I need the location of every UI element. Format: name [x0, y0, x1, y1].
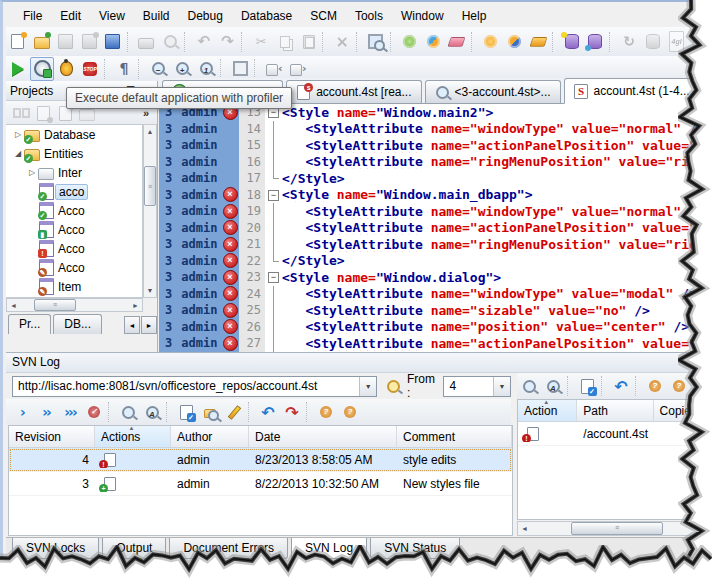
- detail-blame-revision-button[interactable]: ?: [667, 374, 691, 398]
- error-icon[interactable]: ×: [223, 286, 238, 301]
- error-icon[interactable]: ×: [223, 253, 238, 268]
- tree-horizontal-scrollbar[interactable]: ◄ ≡ ►: [6, 298, 143, 312]
- scrollbar-thumb[interactable]: ≡: [571, 522, 663, 535]
- menu-file[interactable]: File: [14, 6, 51, 26]
- menu-debug[interactable]: Debug: [179, 6, 232, 26]
- column-header-path[interactable]: Path: [577, 400, 653, 421]
- tree-item-inter[interactable]: ▷ Inter: [6, 163, 142, 182]
- compile-4gl-button[interactable]: 4gl: [665, 30, 689, 54]
- run-button[interactable]: [6, 57, 30, 81]
- tree-item-entities[interactable]: ◢ ✓ Entities: [6, 144, 142, 163]
- column-header-date[interactable]: Date: [249, 426, 397, 447]
- tree-item-acco[interactable]: ▮ Acco: [6, 220, 142, 239]
- cut-button[interactable]: ✂: [249, 30, 273, 54]
- detail-properties-button[interactable]: ✓: [575, 374, 599, 398]
- svn-revert-button[interactable]: ↷: [280, 400, 304, 424]
- bottom-tab-document-errors[interactable]: Document Errors: [169, 538, 288, 559]
- delete-button[interactable]: ×: [330, 30, 354, 54]
- error-icon[interactable]: ×: [223, 319, 238, 334]
- fold-collapse-icon[interactable]: −: [268, 190, 279, 201]
- column-header-author[interactable]: Author: [171, 426, 249, 447]
- print-preview-button[interactable]: [158, 30, 182, 54]
- editor-tab-1[interactable]: saccount.4st [rea...: [286, 80, 421, 103]
- save-all-button[interactable]: [101, 30, 125, 54]
- tree-item-acco[interactable]: ! Acco: [6, 239, 142, 258]
- column-header-actions[interactable]: Actions: [95, 426, 171, 447]
- menu-tools[interactable]: Tools: [346, 6, 392, 26]
- select-tool-button[interactable]: [228, 57, 252, 81]
- scrollbar-thumb[interactable]: ≡: [144, 166, 156, 206]
- svn-properties-button[interactable]: ✓: [174, 400, 198, 424]
- packages-button[interactable]: [10, 102, 32, 124]
- detail-row[interactable]: ! /account.4st: [518, 422, 711, 446]
- menu-edit[interactable]: Edit: [51, 6, 90, 26]
- svn-undo-button[interactable]: ↶: [256, 400, 280, 424]
- column-header-comment[interactable]: Comment: [397, 426, 512, 447]
- menu-help[interactable]: Help: [453, 6, 496, 26]
- chevron-down-icon[interactable]: ▼: [493, 377, 510, 396]
- tree-item-acco[interactable]: ✎ Acco: [6, 258, 142, 277]
- redo-button[interactable]: ↷: [216, 30, 240, 54]
- scroll-left-icon[interactable]: ◄: [7, 302, 20, 309]
- column-header-copied[interactable]: Copied: [654, 400, 711, 421]
- menu-window[interactable]: Window: [392, 6, 453, 26]
- expander-right-icon[interactable]: ▷: [26, 168, 38, 177]
- deploy-database-button[interactable]: [584, 30, 608, 54]
- rebuild-all-button[interactable]: [503, 30, 527, 54]
- svn-next-all-button[interactable]: ›››: [58, 400, 82, 424]
- error-icon[interactable]: ×: [223, 237, 238, 252]
- scroll-up-icon[interactable]: ▲: [144, 125, 156, 138]
- from-revision-combo[interactable]: 4 ▼: [443, 376, 511, 397]
- scroll-right-icon[interactable]: ►: [698, 525, 711, 532]
- build-all-button[interactable]: [479, 30, 503, 54]
- svn-search-repo-button[interactable]: [198, 400, 222, 424]
- error-icon[interactable]: ×: [223, 336, 238, 351]
- svn-edit-comment-button[interactable]: [222, 400, 246, 424]
- editor-tab-4[interactable]: s: [703, 80, 712, 103]
- svn-next-button[interactable]: ›: [10, 400, 34, 424]
- save-as-button[interactable]: [77, 30, 101, 54]
- panel-tab-pr[interactable]: Pr...: [8, 314, 51, 334]
- svn-blame-author-button[interactable]: ?: [314, 400, 338, 424]
- revision-row-4[interactable]: 4 ! admin 8/23/2013 8:58:05 AM style edi…: [9, 448, 512, 472]
- svn-search-log-button[interactable]: [116, 400, 140, 424]
- clean-all-button[interactable]: [526, 30, 550, 54]
- menu-view[interactable]: View: [90, 6, 134, 26]
- tree-item-item[interactable]: ✎ Item: [6, 277, 142, 296]
- column-header-action[interactable]: Action: [518, 400, 577, 421]
- scroll-down-icon[interactable]: ▼: [144, 284, 156, 297]
- svn-author-filter-button[interactable]: ✓: [82, 400, 106, 424]
- stop-button[interactable]: STOP: [78, 57, 102, 81]
- scrollbar-thumb[interactable]: ≡: [34, 299, 76, 311]
- code-editor[interactable]: 3admin × 13 − <Style name="Window.main2"…: [159, 104, 712, 352]
- print-button[interactable]: [135, 30, 159, 54]
- tree-item-acco[interactable]: ✓ acco: [6, 182, 142, 201]
- nav-forward-button[interactable]: ›: [286, 57, 310, 81]
- error-icon[interactable]: ×: [223, 204, 238, 219]
- db-sync-button[interactable]: ↻: [617, 30, 641, 54]
- panel-tab-db[interactable]: DB...: [53, 314, 102, 334]
- detail-search-text-button[interactable]: A: [541, 374, 565, 398]
- error-icon[interactable]: ×: [223, 270, 238, 285]
- save-button[interactable]: [53, 30, 77, 54]
- undo-button[interactable]: ↶: [192, 30, 216, 54]
- search-icon[interactable]: [385, 378, 401, 395]
- error-icon[interactable]: ×: [223, 220, 238, 235]
- menu-build[interactable]: Build: [134, 6, 179, 26]
- bottom-tab-svn-locks[interactable]: SVN Locks: [12, 538, 99, 559]
- find-in-files-button[interactable]: [364, 30, 388, 54]
- nav-back-button[interactable]: ‹: [262, 57, 286, 81]
- build-button[interactable]: [398, 30, 422, 54]
- detail-undo-button[interactable]: ↶: [609, 374, 633, 398]
- scroll-right-icon[interactable]: ►: [141, 316, 157, 334]
- svn-search-text-button[interactable]: A: [140, 400, 164, 424]
- debug-button[interactable]: [54, 57, 78, 81]
- detail-search-log-button[interactable]: [517, 374, 541, 398]
- db-generate-button[interactable]: [641, 30, 665, 54]
- scroll-left-icon[interactable]: ◄: [124, 316, 140, 334]
- link-4gl-button[interactable]: 4gl: [688, 30, 712, 54]
- detail-horizontal-scrollbar[interactable]: ◄ ≡ ►: [517, 521, 712, 536]
- menu-scm[interactable]: SCM: [301, 6, 346, 26]
- rebuild-button[interactable]: [421, 30, 445, 54]
- new-project-button[interactable]: [32, 102, 54, 124]
